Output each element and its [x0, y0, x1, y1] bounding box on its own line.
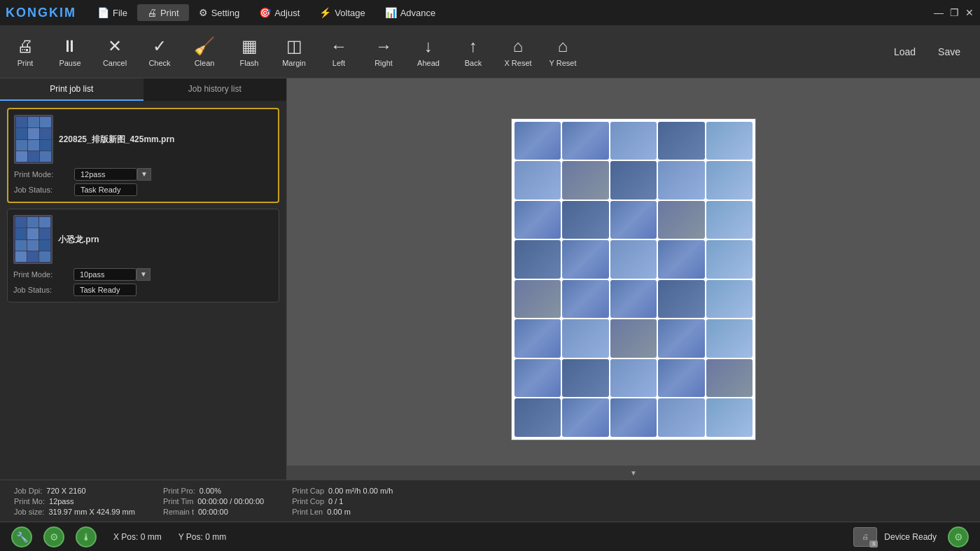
sticker-cell [610, 280, 657, 319]
toolbar-button-group: 🖨 Print ⏸ Pause ✕ Cancel ✓ Check 🧹 Clean… [3, 27, 585, 76]
sticker-cell [610, 122, 657, 160]
menu-item-setting[interactable]: ⚙Setting [189, 4, 249, 21]
sticker-cell [562, 201, 608, 239]
menu-item-file[interactable]: 📄File [88, 4, 137, 21]
menu-item-adjust[interactable]: 🎯Adjust [249, 4, 309, 21]
toolbar-label-yreset: Y Reset [550, 59, 577, 67]
sticker-cell [658, 359, 704, 398]
status-label: Print Pro: [163, 487, 195, 495]
status-row: Print Mo:12pass [14, 497, 135, 505]
menu-item-advance[interactable]: 📊Advance [375, 4, 446, 21]
toolbar-label-xreset: X Reset [504, 59, 531, 67]
tab-print-job-list[interactable]: Print job list [0, 78, 144, 101]
restore-button[interactable]: ❐ [949, 8, 959, 18]
sticker-cell [514, 359, 561, 398]
voltage-icon: ⚡ [319, 7, 331, 18]
menu-label-print: Print [160, 8, 179, 18]
toolbar-label-pause: Pause [59, 59, 80, 67]
mode-dropdown-arrow[interactable]: ▼ [137, 168, 151, 181]
status-label: Job Dpi: [14, 487, 42, 495]
device-badge: S [869, 540, 878, 547]
flash-icon: ▦ [241, 36, 258, 56]
status-col-3: Print Cap0.00 m²/h 0.00 m/hPrint Cop0 / … [292, 487, 393, 516]
settings-icon-button[interactable]: ⚙ [43, 526, 64, 547]
job-thumbnail [13, 215, 52, 264]
toolbar-btn-xreset[interactable]: ⌂ X Reset [496, 27, 540, 76]
save-button[interactable]: Save [930, 42, 969, 62]
sticker-cell [514, 319, 561, 358]
toolbar-btn-check[interactable]: ✓ Check [137, 27, 182, 76]
sticker-cell [562, 122, 608, 160]
device-status-area: 🖨 S Device Ready [853, 527, 937, 547]
temp-icon-button[interactable]: 🌡 [76, 526, 97, 547]
status-value: 0.00 m²/h 0.00 m/h [328, 487, 393, 495]
toolbar-btn-right[interactable]: → Right [361, 27, 406, 76]
xreset-icon: ⌂ [513, 36, 524, 56]
menu-label-adjust: Adjust [274, 8, 300, 18]
toolbar-btn-print[interactable]: 🖨 Print [3, 27, 48, 76]
tab-job-history-list[interactable]: Job history list [144, 78, 287, 101]
sticker-cell [562, 161, 608, 200]
status-label: Print Tim [163, 497, 193, 505]
toolbar-btn-yreset[interactable]: ⌂ Y Reset [540, 27, 585, 76]
toolbar-btn-flash[interactable]: ▦ Flash [227, 27, 272, 76]
minimize-button[interactable]: — [934, 8, 944, 18]
menu-item-voltage[interactable]: ⚡Voltage [309, 4, 374, 21]
sticker-cell [658, 319, 704, 358]
job-thumbnail [14, 115, 53, 164]
sticker-cell [658, 122, 704, 160]
back-icon: ↑ [469, 36, 477, 56]
toolbar-btn-cancel[interactable]: ✕ Cancel [92, 27, 137, 76]
status-row: Print Tim00:00:00 / 00:00:00 [163, 497, 264, 505]
scroll-bar-bottom[interactable]: ▼ [287, 466, 980, 480]
right-icon: → [375, 36, 392, 56]
menu-item-print[interactable]: 🖨Print [137, 4, 189, 21]
sticker-cell [562, 398, 608, 437]
sticker-cell [514, 122, 561, 160]
status-label: Remain t [163, 508, 194, 516]
sticker-cell [610, 398, 657, 437]
sticker-cell [706, 280, 752, 319]
sticker-cell [514, 161, 561, 200]
job-status-label: Job Status: [13, 286, 69, 294]
toolbar-btn-pause[interactable]: ⏸ Pause [48, 27, 92, 76]
sticker-cell [706, 161, 752, 200]
setting-icon: ⚙ [199, 7, 208, 18]
job-item-1[interactable]: 小恐龙.prn Print Mode: 10pass ▼ Job Status:… [7, 209, 279, 302]
sticker-cell [562, 359, 608, 398]
adjust-icon: 🎯 [259, 7, 271, 18]
load-button[interactable]: Load [886, 42, 924, 62]
gear-settings-button[interactable]: ⚙ [948, 526, 969, 547]
toolbar-label-clean: Clean [195, 59, 215, 67]
toolbar-btn-left[interactable]: ← Left [316, 27, 361, 76]
job-item-0[interactable]: 220825_排版新图_425mm.prn Print Mode: 12pass… [7, 108, 279, 203]
preview-image [511, 118, 756, 440]
mode-dropdown-arrow[interactable]: ▼ [136, 268, 150, 281]
status-label: Job size: [14, 508, 44, 516]
job-status-value: Task Ready [74, 183, 137, 196]
file-icon: 📄 [97, 7, 109, 18]
sticker-cell [562, 280, 608, 319]
status-bar: Job Dpi:720 X 2160Print Mo:12passJob siz… [0, 480, 980, 522]
wrench-icon-button[interactable]: 🔧 [11, 526, 32, 547]
advance-icon: 📊 [385, 7, 397, 18]
bottom-bar: 🔧 ⚙ 🌡 X Pos: 0 mm Y Pos: 0 mm 🖨 S Device… [0, 522, 980, 551]
toolbar-label-margin: Margin [282, 59, 306, 67]
status-value: 00:00:00 [198, 508, 228, 516]
toolbar-btn-margin[interactable]: ◫ Margin [272, 27, 316, 76]
window-controls: — ❐ ✕ [934, 8, 974, 18]
sticker-grid [512, 119, 755, 440]
toolbar-btn-ahead[interactable]: ↓ Ahead [406, 27, 451, 76]
sticker-cell [610, 161, 657, 200]
toolbar-label-cancel: Cancel [103, 59, 127, 67]
sticker-cell [562, 319, 608, 358]
cancel-icon: ✕ [108, 36, 122, 56]
close-button[interactable]: ✕ [965, 8, 974, 18]
preview-panel: ▼ [287, 78, 980, 480]
toolbar-btn-back[interactable]: ↑ Back [451, 27, 496, 76]
toolbar-label-back: Back [465, 59, 482, 67]
print-icon: 🖨 [17, 36, 34, 56]
x-position: X Pos: 0 mm [113, 532, 162, 542]
toolbar-btn-clean[interactable]: 🧹 Clean [182, 27, 227, 76]
toolbar: 🖨 Print ⏸ Pause ✕ Cancel ✓ Check 🧹 Clean… [0, 25, 980, 78]
